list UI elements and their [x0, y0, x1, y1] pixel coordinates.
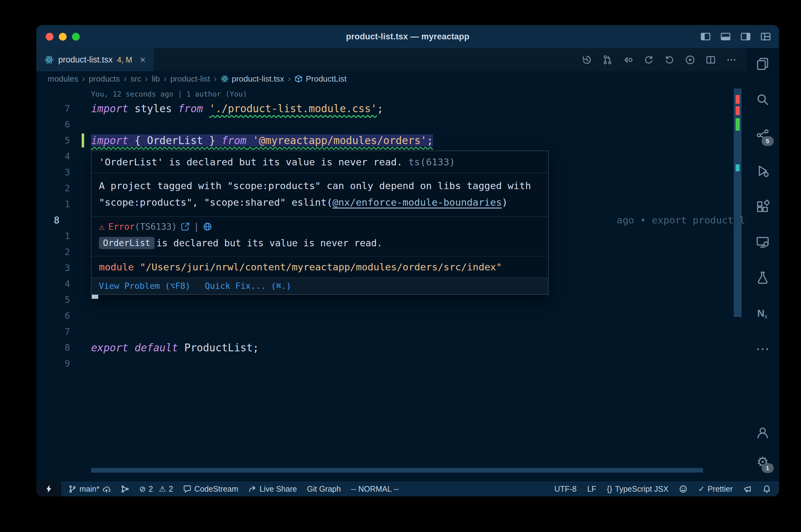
- nx-console-icon[interactable]: Nx: [755, 305, 771, 321]
- announcement-button[interactable]: [743, 485, 752, 493]
- git-compare-icon[interactable]: [602, 55, 613, 65]
- encoding-label: UTF-8: [554, 484, 577, 494]
- breadcrumb-item-lib[interactable]: lib: [152, 74, 160, 84]
- tab-bar: product-list.tsx 4, M ×: [36, 48, 746, 71]
- codestream-status[interactable]: CodeStream: [183, 484, 238, 494]
- chevron-right-icon: ›: [82, 74, 85, 84]
- settings-gear-icon[interactable]: ⚙ 1: [755, 454, 771, 470]
- error-label: Error: [108, 222, 134, 232]
- git-graph-status[interactable]: Git Graph: [307, 484, 341, 494]
- line-number: 3: [65, 165, 70, 180]
- warnings-icon: ⚠: [159, 485, 166, 493]
- code-text: import styles from './product-list.modul…: [91, 101, 746, 117]
- problems-status[interactable]: ⊘ 2 ⚠ 2: [139, 484, 173, 494]
- language-mode-status[interactable]: {} TypeScript JSX: [607, 484, 669, 494]
- explorer-icon[interactable]: [755, 56, 771, 72]
- vscode-window: product-list.tsx — myreactapp: [36, 25, 779, 496]
- line-number: 7: [65, 324, 70, 340]
- zoom-window-button[interactable]: [72, 33, 80, 41]
- tab-product-list[interactable]: product-list.tsx 4, M ×: [36, 48, 153, 71]
- open-changes-icon[interactable]: [623, 55, 633, 65]
- notifications-button[interactable]: [763, 485, 771, 493]
- globe-icon[interactable]: [203, 222, 212, 231]
- code-line[interactable]: 5import { OrderList } from '@myreactapp/…: [36, 133, 746, 149]
- git-branch-icon: [68, 485, 77, 493]
- timeline-history-icon[interactable]: [582, 55, 592, 65]
- smiley-icon: [679, 485, 688, 493]
- customize-layout-icon[interactable]: [760, 31, 771, 42]
- next-change-icon[interactable]: [664, 55, 675, 65]
- remote-indicator[interactable]: [36, 481, 61, 496]
- split-editor-icon[interactable]: [706, 55, 716, 65]
- breadcrumb-item-products[interactable]: products: [89, 74, 120, 84]
- previous-change-icon[interactable]: [643, 55, 654, 65]
- run-file-icon[interactable]: [685, 55, 695, 65]
- line-number: 7: [65, 101, 70, 117]
- git-graph-label: Git Graph: [307, 484, 341, 494]
- remote-explorer-icon[interactable]: [755, 234, 771, 250]
- code-line[interactable]: 9: [36, 356, 746, 372]
- error-mark: [735, 95, 740, 104]
- error-triangle-icon: ⚠: [99, 222, 105, 231]
- activity-bar: 5 Nx ⋯ ⚙: [746, 48, 779, 481]
- breadcrumb-item-modules[interactable]: modules: [48, 74, 78, 84]
- minimize-window-button[interactable]: [59, 33, 67, 41]
- feedback-smiley-button[interactable]: [679, 485, 688, 493]
- hover-actions: View Problem (⌥F8) Quick Fix... (⌘.): [91, 278, 548, 294]
- code-line[interactable]: 6: [36, 308, 746, 324]
- prettier-label: Prettier: [707, 484, 733, 494]
- breadcrumb-item-file[interactable]: product-list.tsx: [221, 74, 285, 84]
- eol-label: LF: [587, 484, 596, 494]
- title-bar: product-list.tsx — myreactapp: [36, 25, 779, 48]
- open-external-icon[interactable]: [181, 222, 190, 231]
- hover-eslint-row: A project tagged with "scope:products" c…: [91, 173, 548, 216]
- extensions-icon[interactable]: [755, 198, 771, 214]
- breadcrumb-item-product-list[interactable]: product-list: [170, 74, 210, 84]
- code-text: [91, 324, 746, 340]
- view-problem-link[interactable]: View Problem (⌥F8): [99, 281, 190, 291]
- chevron-right-icon: ›: [145, 74, 148, 84]
- breadcrumb-file-label: product-list.tsx: [232, 74, 285, 84]
- source-control-icon[interactable]: 5: [755, 127, 771, 143]
- quick-fix-link[interactable]: Quick Fix... (⌘.): [205, 281, 291, 291]
- code-editor[interactable]: You, 12 seconds ago | 1 author (You) 7im…: [36, 86, 746, 481]
- hover-diagnostic-row: 'OrderList' is declared but its value is…: [91, 151, 548, 173]
- line-number: 6: [65, 117, 70, 133]
- branch-status[interactable]: main*: [68, 484, 111, 494]
- codelens-blame[interactable]: You, 12 seconds ago | 1 author (You): [36, 86, 746, 101]
- commit-graph-button[interactable]: [121, 485, 129, 493]
- chevron-right-icon: ›: [164, 74, 166, 84]
- line-number: 1: [65, 196, 70, 212]
- code-line[interactable]: 8export default ProductList;: [36, 340, 746, 356]
- line-number: 6: [65, 308, 70, 324]
- close-window-button[interactable]: [46, 33, 54, 41]
- breadcrumb-item-symbol[interactable]: ProductList: [294, 74, 346, 84]
- accounts-icon[interactable]: [755, 424, 771, 441]
- eslint-rule-link[interactable]: @nx/enforce-module-boundaries: [333, 196, 502, 208]
- toggle-panel-icon[interactable]: [720, 31, 731, 42]
- line-number: 4: [65, 149, 70, 165]
- search-icon[interactable]: [755, 91, 771, 108]
- braces-icon: {}: [607, 484, 612, 494]
- run-debug-icon[interactable]: [755, 163, 771, 179]
- toggle-left-sidebar-icon[interactable]: [700, 31, 711, 42]
- hover-error-row: ⚠ Error(TS6133) |: [91, 216, 548, 233]
- encoding-status[interactable]: UTF-8: [554, 484, 577, 494]
- tab-close-icon[interactable]: ×: [140, 55, 146, 65]
- toggle-right-sidebar-icon[interactable]: [740, 31, 751, 42]
- horizontal-scrollbar[interactable]: [91, 468, 703, 473]
- testing-icon[interactable]: [755, 269, 771, 286]
- hover-resize-grip[interactable]: [92, 295, 98, 299]
- breadcrumb-item-src[interactable]: src: [130, 74, 142, 84]
- more-views-icon[interactable]: ⋯: [755, 341, 771, 357]
- more-actions-icon[interactable]: [726, 55, 736, 65]
- cloud-upload-icon: [102, 485, 111, 493]
- code-line[interactable]: 7: [36, 324, 746, 340]
- code-line[interactable]: 7import styles from './product-list.modu…: [36, 101, 746, 117]
- live-share-status[interactable]: Live Share: [248, 484, 297, 494]
- eol-status[interactable]: LF: [587, 484, 596, 494]
- vim-mode-indicator[interactable]: -- NORMAL --: [351, 484, 399, 494]
- gutter: 4: [36, 149, 91, 165]
- code-line[interactable]: 6: [36, 117, 746, 133]
- prettier-status[interactable]: ✓ Prettier: [698, 484, 733, 494]
